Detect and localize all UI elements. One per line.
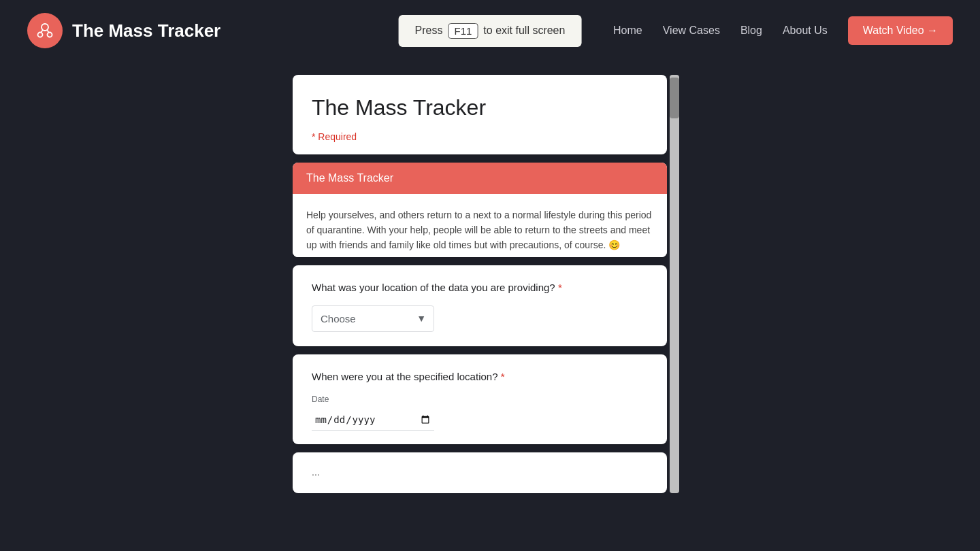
svg-point-1 (38, 33, 43, 37)
nav-blog[interactable]: Blog (740, 24, 762, 37)
fullscreen-key: F11 (448, 23, 478, 39)
nav-view-cases[interactable]: View Cases (663, 24, 720, 37)
location-question-label: What was your location of the data you a… (312, 282, 648, 293)
logo-icon (35, 20, 55, 41)
scrollbar-thumb[interactable] (670, 78, 679, 118)
svg-point-0 (42, 24, 48, 31)
nav-home[interactable]: Home (613, 24, 642, 37)
logo-circle (27, 13, 63, 48)
fullscreen-suffix: to exit full screen (483, 24, 565, 37)
brand-name: The Mass Tracker (72, 20, 220, 41)
location-select-wrapper: Choose ▼ (312, 305, 434, 332)
partial-next-card: ... (293, 452, 667, 493)
form-sections: The Mass Tracker * Required The Mass Tra… (293, 75, 667, 493)
form-title: The Mass Tracker (312, 95, 648, 120)
fullscreen-prefix: Press (415, 24, 443, 37)
form-title-card: The Mass Tracker * Required (293, 75, 667, 154)
brand-link[interactable]: The Mass Tracker (27, 13, 220, 48)
form-scroll-container: The Mass Tracker * Required The Mass Tra… (293, 75, 687, 551)
location-required-star: * (558, 282, 562, 293)
main-content: The Mass Tracker * Required The Mass Tra… (0, 61, 980, 551)
desc-card-title: The Mass Tracker (306, 172, 393, 184)
nav-links: Home View Cases Blog About Us Watch Vide… (613, 16, 953, 45)
partial-text: ... (312, 467, 648, 478)
navbar: The Mass Tracker Press F11 to exit full … (0, 0, 980, 61)
location-question-card: What was your location of the data you a… (293, 265, 667, 346)
form-description-card: The Mass Tracker Help yourselves, and ot… (293, 163, 667, 257)
location-select[interactable]: Choose (312, 305, 434, 332)
description-text: Help yourselves, and others return to a … (306, 207, 653, 253)
nav-about-us[interactable]: About Us (783, 24, 828, 37)
desc-card-header: The Mass Tracker (293, 163, 667, 194)
date-question-label: When were you at the specified location?… (312, 371, 648, 382)
watch-video-button[interactable]: Watch Video → (848, 16, 953, 45)
date-required-star: * (501, 371, 505, 382)
date-sub-label: Date (312, 395, 648, 404)
required-label: * Required (312, 131, 648, 142)
scrollbar-track[interactable] (670, 75, 679, 493)
date-question-card: When were you at the specified location?… (293, 354, 667, 444)
svg-point-2 (48, 33, 52, 37)
date-input[interactable] (312, 410, 434, 431)
desc-card-body: Help yourselves, and others return to a … (293, 194, 667, 257)
fullscreen-notice: Press F11 to exit full screen (399, 15, 582, 47)
